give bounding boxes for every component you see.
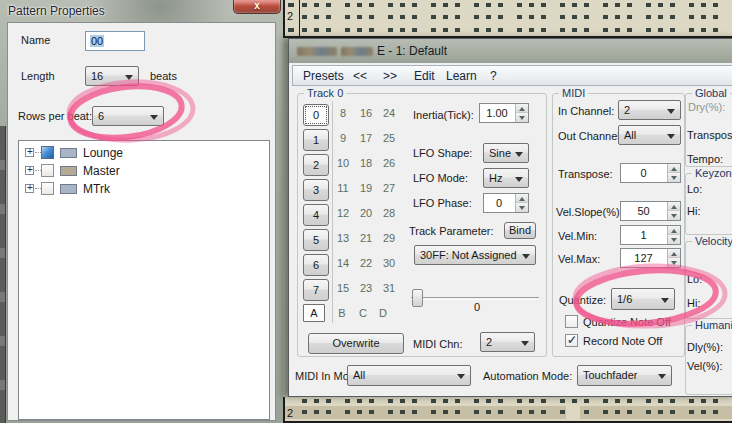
vel-slope-spinbox[interactable]: 50 <box>620 201 681 221</box>
step-number[interactable]: 22 <box>356 257 376 269</box>
record-note-off-checkbox[interactable] <box>565 334 578 347</box>
track-step-button[interactable]: 3 <box>303 179 329 201</box>
spin-up-button[interactable] <box>668 249 680 258</box>
step-number[interactable]: 25 <box>379 132 399 144</box>
midi-chn-select[interactable]: 2 <box>480 332 535 352</box>
step-number[interactable]: 28 <box>379 207 399 219</box>
step-number[interactable]: 30 <box>379 257 399 269</box>
track-step-button[interactable]: 1 <box>303 129 329 151</box>
track-step-button[interactable]: 6 <box>303 254 329 276</box>
tree-item-label: MTrk <box>83 182 110 196</box>
spin-down-button[interactable] <box>668 211 680 220</box>
vel-min-spinbox[interactable]: 1 <box>620 225 681 245</box>
menu-item-prev[interactable]: << <box>353 69 367 83</box>
tree-item[interactable]: Lounge <box>19 145 269 161</box>
spin-up-button[interactable] <box>516 194 528 203</box>
menu-item-presets[interactable]: Presets <box>303 69 344 83</box>
spin-up-button[interactable] <box>668 226 680 235</box>
velocityzone-hi-label: Hi: <box>687 297 700 309</box>
step-number[interactable]: 10 <box>333 157 353 169</box>
track-step-button[interactable]: 5 <box>303 229 329 251</box>
bank-button-a[interactable]: A <box>303 304 325 322</box>
spin-down-button[interactable] <box>516 113 528 122</box>
step-number[interactable]: 27 <box>379 182 399 194</box>
bank-label-d[interactable]: D <box>375 307 391 319</box>
dry-label: Dry(%): <box>688 101 725 113</box>
window-titlebar[interactable]: E - 1: Default <box>289 39 732 63</box>
midi-in-mode-select[interactable]: All <box>347 365 471 386</box>
quantize-select[interactable]: 1/6 <box>611 288 675 310</box>
lfo-mode-select[interactable]: Hz <box>483 168 529 188</box>
tracker-grid-bottom: 2 <box>283 397 732 423</box>
length-select[interactable]: 16 <box>85 66 139 86</box>
spin-down-button[interactable] <box>516 203 528 212</box>
in-channel-select[interactable]: 2 <box>618 100 681 120</box>
slider-handle[interactable] <box>412 289 423 307</box>
tree-expand-icon[interactable] <box>25 166 34 175</box>
keyzone-hi-label: Hi: <box>687 205 700 217</box>
menu-item-help[interactable]: ? <box>490 69 497 83</box>
step-number[interactable]: 29 <box>379 232 399 244</box>
tree-item[interactable]: Master <box>19 163 269 179</box>
step-number[interactable]: 17 <box>356 132 376 144</box>
background-scrollbar[interactable] <box>0 126 6 423</box>
lfo-phase-spinbox[interactable]: 0 <box>483 193 529 213</box>
track-step-button[interactable]: 4 <box>303 204 329 226</box>
rows-per-beat-select[interactable]: 6 <box>92 106 164 126</box>
menu-item-next[interactable]: >> <box>383 69 397 83</box>
spin-down-button[interactable] <box>668 173 680 182</box>
menu-item-edit[interactable]: Edit <box>414 69 435 83</box>
vel-min-label: Vel.Min: <box>558 230 597 242</box>
step-number[interactable]: 11 <box>333 182 353 194</box>
bank-label-b[interactable]: B <box>334 307 350 319</box>
step-number[interactable]: 14 <box>333 257 353 269</box>
lfo-shape-select[interactable]: Sine <box>483 143 529 163</box>
spin-down-button[interactable] <box>668 235 680 244</box>
menu-item-learn[interactable]: Learn <box>446 69 477 83</box>
out-channel-select[interactable]: All <box>618 125 681 145</box>
tree-expand-icon[interactable] <box>25 184 34 193</box>
chevron-down-icon <box>515 152 523 157</box>
step-number[interactable]: 12 <box>333 207 353 219</box>
bind-button[interactable]: Bind <box>504 222 536 239</box>
track-step-button[interactable]: 2 <box>303 154 329 176</box>
step-number[interactable]: 18 <box>356 157 376 169</box>
transpose-spinbox[interactable]: 0 <box>620 163 681 183</box>
tree-item[interactable]: MTrk <box>19 181 269 197</box>
track-step-button[interactable]: 7 <box>303 279 329 301</box>
tree-checkbox[interactable] <box>41 146 54 159</box>
track-step-button[interactable]: 0 <box>303 104 329 126</box>
spin-up-button[interactable] <box>668 164 680 173</box>
tree-checkbox[interactable] <box>41 182 54 195</box>
value-slider[interactable] <box>411 297 539 300</box>
bank-label-c[interactable]: C <box>355 307 371 319</box>
tree-checkbox[interactable] <box>41 164 54 177</box>
tree-expand-icon[interactable] <box>25 148 34 157</box>
step-number[interactable]: 31 <box>379 282 399 294</box>
step-number[interactable]: 24 <box>379 107 399 119</box>
close-button[interactable]: x <box>233 0 281 14</box>
name-input[interactable]: 00 <box>85 31 145 51</box>
step-number[interactable]: 20 <box>356 207 376 219</box>
step-number[interactable]: 19 <box>356 182 376 194</box>
quantize-note-off-checkbox[interactable] <box>565 315 578 328</box>
automation-mode-select[interactable]: Touchfader <box>577 365 672 386</box>
assignment-select[interactable]: 30FF: Not Assigned <box>414 245 536 265</box>
step-number[interactable]: 16 <box>356 107 376 119</box>
step-number[interactable]: 21 <box>356 232 376 244</box>
step-number[interactable]: 8 <box>333 107 353 119</box>
step-number[interactable]: 13 <box>333 232 353 244</box>
vel-slope-label: Vel.Slope(%): <box>556 206 623 218</box>
overwrite-button[interactable]: Overwrite <box>308 333 404 354</box>
step-number[interactable]: 15 <box>333 282 353 294</box>
step-number[interactable]: 26 <box>379 157 399 169</box>
spin-down-button[interactable] <box>668 258 680 267</box>
spin-up-button[interactable] <box>516 104 528 113</box>
vel-max-spinbox[interactable]: 127 <box>620 248 681 268</box>
step-number[interactable]: 23 <box>356 282 376 294</box>
spin-up-button[interactable] <box>668 202 680 211</box>
step-number[interactable]: 9 <box>333 132 353 144</box>
chevron-down-icon <box>125 75 133 80</box>
inertia-spinbox[interactable]: 1.00 <box>479 103 529 123</box>
track-group-label: Track 0 <box>304 87 346 99</box>
